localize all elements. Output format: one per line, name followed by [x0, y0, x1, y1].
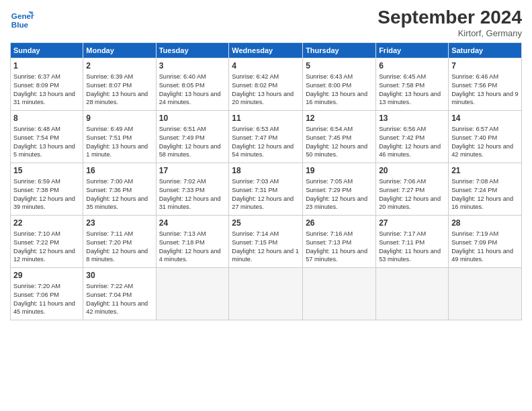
- empty-cell: [449, 268, 522, 320]
- daylight: Daylight: 12 hours and 35 minutes.: [86, 195, 148, 211]
- table-row: 4Sunrise: 6:42 AMSunset: 8:02 PMDaylight…: [229, 58, 303, 111]
- sunset: Sunset: 8:07 PM: [86, 82, 132, 89]
- calendar-week-row: 15Sunrise: 6:59 AMSunset: 7:38 PMDayligh…: [11, 163, 522, 216]
- calendar-week-row: 22Sunrise: 7:10 AMSunset: 7:22 PMDayligh…: [11, 216, 522, 268]
- empty-cell: [376, 268, 449, 320]
- table-row: 3Sunrise: 6:40 AMSunset: 8:05 PMDaylight…: [156, 58, 229, 111]
- day-number: 25: [232, 218, 300, 229]
- sunset: Sunset: 7:11 PM: [379, 239, 425, 246]
- day-number: 17: [159, 165, 226, 177]
- sunrise: Sunrise: 6:42 AM: [232, 73, 279, 80]
- sunset: Sunset: 7:29 PM: [306, 187, 351, 193]
- day-number: 10: [159, 113, 226, 124]
- sunrise: Sunrise: 7:11 AM: [86, 230, 133, 237]
- sunrise: Sunrise: 7:00 AM: [86, 178, 133, 185]
- sunrise: Sunrise: 7:20 AM: [13, 283, 60, 289]
- table-row: 11Sunrise: 6:53 AMSunset: 7:47 PMDayligh…: [229, 111, 303, 163]
- sunrise: Sunrise: 7:06 AM: [379, 178, 426, 185]
- table-row: 20Sunrise: 7:06 AMSunset: 7:27 PMDayligh…: [376, 163, 449, 216]
- daylight: Daylight: 12 hours and 42 minutes.: [451, 143, 513, 158]
- sunrise: Sunrise: 6:45 AM: [379, 73, 426, 80]
- sunrise: Sunrise: 7:02 AM: [159, 178, 206, 185]
- calendar-week-row: 29Sunrise: 7:20 AMSunset: 7:06 PMDayligh…: [11, 268, 522, 320]
- sunrise: Sunrise: 6:43 AM: [306, 73, 353, 80]
- sunrise: Sunrise: 7:10 AM: [13, 230, 60, 237]
- table-row: 16Sunrise: 7:00 AMSunset: 7:36 PMDayligh…: [83, 163, 156, 216]
- daylight: Daylight: 13 hours and 13 minutes.: [379, 91, 441, 106]
- sunrise: Sunrise: 7:08 AM: [451, 178, 498, 185]
- sunset: Sunset: 7:13 PM: [306, 239, 351, 246]
- table-row: 7Sunrise: 6:46 AMSunset: 7:56 PMDaylight…: [449, 58, 522, 111]
- table-row: 1Sunrise: 6:37 AMSunset: 8:09 PMDaylight…: [11, 58, 83, 111]
- sunset: Sunset: 7:56 PM: [451, 82, 497, 89]
- sunset: Sunset: 7:22 PM: [13, 239, 59, 246]
- daylight: Daylight: 11 hours and 49 minutes.: [451, 248, 513, 263]
- header-sunday: Sunday: [11, 43, 83, 58]
- day-number: 9: [86, 113, 152, 124]
- table-row: 26Sunrise: 7:16 AMSunset: 7:13 PMDayligh…: [303, 216, 376, 268]
- daylight: Daylight: 13 hours and 5 minutes.: [13, 143, 75, 158]
- header: General Blue September 2024 Kirtorf, Ger…: [10, 7, 522, 38]
- sunset: Sunset: 7:54 PM: [13, 134, 59, 141]
- day-number: 6: [379, 60, 445, 72]
- table-row: 18Sunrise: 7:03 AMSunset: 7:31 PMDayligh…: [229, 163, 303, 216]
- sunrise: Sunrise: 7:05 AM: [306, 178, 353, 185]
- daylight: Daylight: 12 hours and 20 minutes.: [379, 195, 441, 211]
- sunrise: Sunrise: 7:22 AM: [86, 283, 133, 289]
- daylight: Daylight: 12 hours and 1 minute.: [232, 248, 299, 263]
- empty-cell: [229, 268, 303, 320]
- title-block: September 2024 Kirtorf, Germany: [378, 7, 522, 38]
- sunrise: Sunrise: 6:46 AM: [451, 73, 498, 80]
- day-number: 18: [232, 165, 300, 177]
- sunrise: Sunrise: 6:59 AM: [13, 178, 60, 185]
- sunset: Sunset: 7:33 PM: [159, 187, 205, 193]
- day-number: 2: [86, 60, 152, 72]
- header-thursday: Thursday: [303, 43, 376, 58]
- sunrise: Sunrise: 6:48 AM: [13, 126, 60, 132]
- table-row: 29Sunrise: 7:20 AMSunset: 7:06 PMDayligh…: [11, 268, 83, 320]
- day-number: 7: [451, 60, 519, 72]
- calendar-week-row: 1Sunrise: 6:37 AMSunset: 8:09 PMDaylight…: [11, 58, 522, 111]
- daylight: Daylight: 13 hours and 16 minutes.: [306, 91, 367, 106]
- table-row: 12Sunrise: 6:54 AMSunset: 7:45 PMDayligh…: [303, 111, 376, 163]
- day-number: 30: [86, 270, 152, 281]
- calendar-week-row: 8Sunrise: 6:48 AMSunset: 7:54 PMDaylight…: [11, 111, 522, 163]
- sunrise: Sunrise: 7:13 AM: [159, 230, 206, 237]
- daylight: Daylight: 11 hours and 57 minutes.: [306, 248, 367, 263]
- daylight: Daylight: 12 hours and 46 minutes.: [379, 143, 441, 158]
- sunrise: Sunrise: 7:19 AM: [451, 230, 498, 237]
- daylight: Daylight: 12 hours and 8 minutes.: [86, 248, 148, 263]
- table-row: 14Sunrise: 6:57 AMSunset: 7:40 PMDayligh…: [449, 111, 522, 163]
- daylight: Daylight: 13 hours and 28 minutes.: [86, 91, 148, 106]
- daylight: Daylight: 12 hours and 27 minutes.: [232, 195, 294, 211]
- sunrise: Sunrise: 6:54 AM: [306, 126, 353, 132]
- table-row: 9Sunrise: 6:49 AMSunset: 7:51 PMDaylight…: [83, 111, 156, 163]
- daylight: Daylight: 11 hours and 53 minutes.: [379, 248, 441, 263]
- daylight: Daylight: 13 hours and 9 minutes.: [451, 91, 519, 106]
- sunset: Sunset: 8:00 PM: [306, 82, 351, 89]
- daylight: Daylight: 13 hours and 24 minutes.: [159, 91, 221, 106]
- sunrise: Sunrise: 6:57 AM: [451, 126, 498, 132]
- sunset: Sunset: 7:15 PM: [232, 239, 277, 246]
- daylight: Daylight: 13 hours and 31 minutes.: [13, 91, 75, 106]
- sunset: Sunset: 8:02 PM: [232, 82, 277, 89]
- daylight: Daylight: 12 hours and 58 minutes.: [159, 143, 221, 158]
- day-number: 4: [232, 60, 300, 72]
- day-number: 5: [306, 60, 373, 72]
- sunrise: Sunrise: 6:51 AM: [159, 126, 206, 132]
- day-number: 19: [306, 165, 373, 177]
- day-number: 8: [13, 113, 80, 124]
- logo: General Blue: [10, 7, 34, 31]
- sunrise: Sunrise: 6:49 AM: [86, 126, 133, 132]
- sunrise: Sunrise: 6:37 AM: [13, 73, 60, 80]
- daylight: Daylight: 11 hours and 45 minutes.: [13, 300, 75, 316]
- day-number: 3: [159, 60, 226, 72]
- sunset: Sunset: 7:31 PM: [232, 187, 277, 193]
- day-number: 1: [13, 60, 80, 72]
- table-row: 19Sunrise: 7:05 AMSunset: 7:29 PMDayligh…: [303, 163, 376, 216]
- table-row: 27Sunrise: 7:17 AMSunset: 7:11 PMDayligh…: [376, 216, 449, 268]
- sunset: Sunset: 7:09 PM: [451, 239, 497, 246]
- sunrise: Sunrise: 6:53 AM: [232, 126, 279, 132]
- table-row: 21Sunrise: 7:08 AMSunset: 7:24 PMDayligh…: [449, 163, 522, 216]
- daylight: Daylight: 12 hours and 12 minutes.: [13, 248, 75, 263]
